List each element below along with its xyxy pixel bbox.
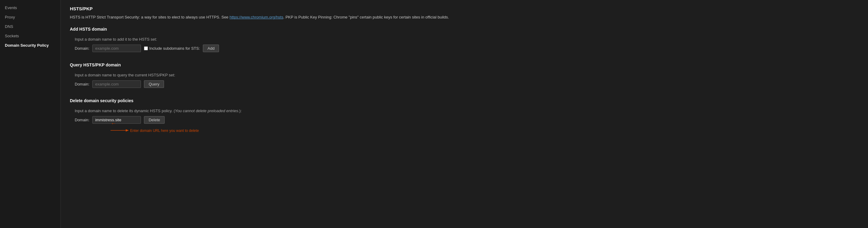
delete-desc-2: ):: [239, 109, 242, 113]
include-subdomains-checkbox[interactable]: [144, 46, 148, 50]
svg-marker-1: [126, 129, 129, 131]
arrow-line-svg: [111, 127, 129, 134]
delete-desc-italic: You cannot delete preloaded entries.: [175, 109, 239, 113]
add-hsts-inner: Input a domain name to add it to the HST…: [70, 34, 859, 55]
delete-policy-inner: Input a domain name to delete its dynami…: [70, 106, 859, 138]
hsts-description: HSTS is HTTP Strict Transport Security: …: [70, 14, 859, 21]
delete-policy-title: Delete domain security policies: [70, 98, 859, 103]
main-content: HSTS/PKP HSTS is HTTP Strict Transport S…: [61, 0, 868, 228]
query-domain-label: Domain:: [75, 82, 89, 86]
arrow-icon: ←: [111, 120, 116, 127]
delete-policy-description: Input a domain name to delete its dynami…: [75, 109, 854, 113]
query-hsts-section: Query HSTS/PKP domain Input a domain nam…: [70, 63, 859, 91]
add-hsts-button[interactable]: Add: [203, 45, 219, 52]
delete-input-container: ← Enter domain URL here you want to dele…: [92, 116, 141, 124]
query-hsts-form-row: Domain: Query: [75, 80, 854, 88]
delete-desc-1: Input a domain name to delete its dynami…: [75, 109, 175, 113]
add-hsts-title: Add HSTS domain: [70, 27, 859, 32]
delete-form-wrapper: Domain: ← Enter domain URL: [75, 116, 854, 135]
sidebar-item-events[interactable]: Events: [0, 3, 60, 12]
include-subdomains-label: Include subdomains for STS:: [144, 46, 200, 51]
delete-domain-label: Domain:: [75, 118, 89, 122]
hsts-pkp-title: HSTS/PKP: [70, 6, 859, 11]
add-domain-label: Domain:: [75, 46, 89, 51]
query-hsts-description: Input a domain name to query the current…: [75, 73, 854, 77]
annotation-text: Enter domain URL here you want to delete: [130, 128, 198, 133]
sidebar-item-sockets[interactable]: Sockets: [0, 31, 60, 41]
arrow-annotation-container: ← Enter domain URL here you want to dele…: [111, 120, 198, 134]
delete-policy-section: Delete domain security policies Input a …: [70, 98, 859, 138]
query-hsts-button[interactable]: Query: [144, 80, 164, 88]
hsts-link[interactable]: https://www.chromium.org/hsts: [229, 15, 283, 20]
query-domain-input[interactable]: [92, 80, 141, 88]
query-hsts-title: Query HSTS/PKP domain: [70, 63, 859, 67]
add-hsts-section: Add HSTS domain Input a domain name to a…: [70, 27, 859, 55]
query-hsts-inner: Input a domain name to query the current…: [70, 70, 859, 91]
add-hsts-description: Input a domain name to add it to the HST…: [75, 37, 854, 42]
sidebar: Events Proxy DNS Sockets Domain Security…: [0, 0, 61, 228]
hsts-desc-text-2: . PKP is Public Key Pinning: Chrome "pin…: [283, 15, 449, 20]
add-hsts-form-row: Domain: Include subdomains for STS: Add: [75, 45, 854, 52]
sidebar-item-dns[interactable]: DNS: [0, 22, 60, 31]
hsts-desc-text-1: HSTS is HTTP Strict Transport Security: …: [70, 15, 229, 20]
sidebar-item-proxy[interactable]: Proxy: [0, 12, 60, 22]
add-domain-input[interactable]: [92, 45, 141, 52]
sidebar-item-domain-security-policy[interactable]: Domain Security Policy: [0, 41, 60, 50]
